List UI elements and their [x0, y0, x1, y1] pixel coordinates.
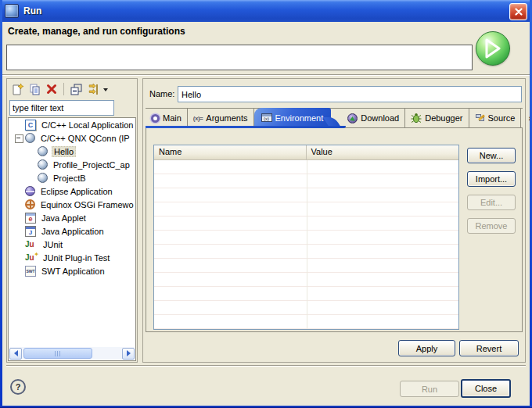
- table-action-buttons: New... Import... Edit... Remove: [467, 148, 516, 234]
- tree-item-projectb[interactable]: ProjectB: [9, 171, 135, 184]
- tree-item-hello[interactable]: Hello: [9, 145, 135, 158]
- tree-horizontal-scrollbar[interactable]: [9, 347, 135, 360]
- qnx-sphere-icon: [25, 133, 35, 143]
- tree-item-profile-projectc[interactable]: Profile_ProjectC_ap: [9, 158, 135, 171]
- tree-item-java-applet[interactable]: e Java Applet: [9, 211, 135, 224]
- help-icon: ?: [16, 382, 21, 392]
- filter-input[interactable]: [9, 100, 114, 116]
- tab-environment[interactable]: (x) Environment: [254, 108, 332, 127]
- table-header-row: Name Value: [154, 145, 458, 160]
- tree-item-swt-application[interactable]: SWT SWT Application: [9, 264, 135, 277]
- swt-icon: SWT: [25, 266, 36, 277]
- qnx-sphere-icon: [38, 159, 48, 170]
- help-button[interactable]: ?: [10, 379, 26, 395]
- environment-icon: (x): [261, 113, 272, 122]
- new-configuration-button[interactable]: [10, 82, 24, 96]
- revert-button[interactable]: Revert: [459, 340, 519, 356]
- new-configuration-icon: [11, 83, 24, 96]
- filter-dropdown-icon[interactable]: [103, 88, 108, 94]
- tree-item-eclipse-application[interactable]: Eclipse Application: [9, 184, 135, 198]
- scrollbar-thumb[interactable]: [23, 348, 92, 359]
- qnx-sphere-icon: [38, 173, 48, 183]
- toolbar-separator: [63, 83, 64, 95]
- duplicate-configuration-button[interactable]: [27, 82, 41, 96]
- tab-source[interactable]: Source: [469, 109, 522, 127]
- new-variable-button[interactable]: New...: [467, 148, 516, 163]
- delete-configuration-button[interactable]: [45, 82, 59, 96]
- window-border-left: [0, 0, 2, 408]
- name-label: Name:: [149, 89, 174, 98]
- download-icon: [347, 113, 358, 123]
- c-application-icon: C: [25, 120, 36, 131]
- collapse-expander-icon[interactable]: [15, 134, 23, 143]
- run-button[interactable]: Run: [400, 381, 459, 397]
- selected-tab-underline: [146, 126, 346, 128]
- footer-separator: [6, 365, 526, 367]
- scroll-right-icon: [127, 350, 134, 356]
- main-target-icon: [151, 114, 160, 123]
- junit-plugin-icon: Ju✦: [25, 252, 38, 263]
- java-applet-icon: e: [25, 213, 36, 224]
- apply-button[interactable]: Apply: [398, 340, 455, 356]
- tree-item-qnx-qconn[interactable]: C/C++ QNX QConn (IP: [9, 131, 135, 145]
- scroll-right-button[interactable]: [122, 348, 135, 360]
- arguments-icon: (x)=: [193, 115, 203, 122]
- banner-message-area: [6, 45, 473, 70]
- scroll-left-button[interactable]: [9, 348, 22, 360]
- banner-separator: [0, 74, 532, 76]
- duplicate-icon: [28, 83, 41, 96]
- banner-heading: Create, manage, and run configurations: [8, 26, 185, 37]
- filter-icon: [87, 83, 100, 96]
- environment-variables-table[interactable]: Name Value: [153, 145, 459, 330]
- collapse-all-icon: [70, 83, 83, 96]
- environment-tab-content: Name Value New... Import... Edit... Remo…: [146, 127, 523, 332]
- launch-toolbar: [10, 81, 108, 97]
- tab-download[interactable]: Download: [342, 109, 405, 127]
- configuration-detail-panel: Name: Main (x)= Arguments (x) Environmen…: [142, 78, 526, 363]
- qnx-sphere-icon: [38, 146, 48, 156]
- column-header-name[interactable]: Name: [154, 145, 307, 159]
- debugger-bug-icon: [411, 113, 422, 123]
- tree-item-c-local-application[interactable]: C C/C++ Local Application: [9, 118, 135, 131]
- scroll-left-icon: [11, 350, 18, 356]
- configuration-tabs: Main (x)= Arguments (x) Environment Down…: [146, 108, 523, 127]
- java-application-icon: J: [25, 226, 36, 237]
- collapse-all-button[interactable]: [69, 82, 83, 96]
- eclipse-sphere-icon: [25, 186, 35, 196]
- tab-main[interactable]: Main: [146, 109, 188, 127]
- title-bar[interactable]: Run: [0, 0, 532, 22]
- tree-item-junit-plugin-test[interactable]: Ju✦ JUnit Plug-in Test: [9, 251, 135, 264]
- configuration-name-input[interactable]: [178, 86, 522, 102]
- window-title: Run: [23, 5, 41, 16]
- edit-variable-button[interactable]: Edit...: [467, 195, 516, 210]
- tab-debugger[interactable]: Debugger: [405, 109, 469, 127]
- import-variables-button[interactable]: Import...: [467, 171, 516, 187]
- tree-item-java-application[interactable]: J Java Application: [9, 224, 135, 238]
- column-divider: [307, 160, 307, 329]
- source-icon: [475, 113, 485, 123]
- configurations-tree[interactable]: C C/C++ Local Application C/C++ QNX QCon…: [8, 117, 136, 361]
- run-banner-icon: [476, 31, 510, 66]
- filter-configurations-button[interactable]: [86, 82, 100, 96]
- configurations-sidebar: C C/C++ Local Application C/C++ QNX QCon…: [6, 78, 138, 363]
- dialog-banner: Create, manage, and run configurations: [0, 22, 532, 75]
- run-dialog-icon: [5, 4, 19, 18]
- tree-item-junit[interactable]: Ju JUnit: [9, 238, 135, 251]
- equinox-target-icon: [25, 199, 35, 209]
- junit-icon: Ju: [25, 239, 38, 250]
- remove-variable-button[interactable]: Remove: [467, 218, 516, 234]
- run-configurations-dialog: Run Create, manage, and run configuratio…: [0, 0, 532, 408]
- close-icon: [515, 8, 523, 16]
- tree-item-equinox-osgi[interactable]: Equinox OSGi Framewo: [9, 198, 135, 211]
- tab-arguments[interactable]: (x)= Arguments: [188, 109, 254, 127]
- window-close-button[interactable]: [509, 3, 527, 20]
- delete-icon: [45, 83, 58, 95]
- close-button[interactable]: Close: [461, 379, 511, 398]
- column-header-value[interactable]: Value: [307, 145, 459, 159]
